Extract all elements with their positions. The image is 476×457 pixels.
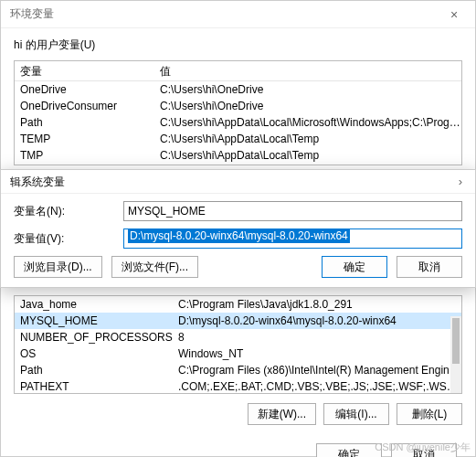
- cell-name: PATHEXT: [15, 378, 175, 394]
- table-row[interactable]: Java_home C:\Program Files\Java\jdk1.8.0…: [15, 296, 461, 313]
- var-name-row: 变量名(N):: [1, 194, 475, 221]
- table-row[interactable]: MYSQL_HOME D:\mysql-8.0.20-winx64\mysql-…: [15, 313, 461, 329]
- edit-variable-dialog: 辑系统变量 › 变量名(N): 变量值(V): D:\mysql-8.0.20-…: [0, 169, 476, 288]
- system-vars-table[interactable]: Java_home C:\Program Files\Java\jdk1.8.0…: [14, 295, 462, 394]
- ok-button[interactable]: 确定: [316, 443, 382, 457]
- cell-value: 8: [175, 329, 461, 345]
- var-value-row: 变量值(V): D:\mysql-8.0.20-winx64\mysql-8.0…: [1, 221, 475, 249]
- sys-vars-buttons: 新建(W)... 编辑(I)... 删除(L): [1, 398, 475, 434]
- scrollbar[interactable]: [450, 316, 461, 393]
- col-header-name[interactable]: 变量: [15, 61, 156, 80]
- delete-button[interactable]: 删除(L): [397, 403, 462, 425]
- var-value-label: 变量值(V):: [14, 231, 123, 247]
- cell-value: C:\Users\hi\AppData\Local\Temp: [156, 147, 461, 164]
- cell-value: C:\Program Files (x86)\Intel\Intel(R) Ma…: [175, 362, 461, 378]
- table-row[interactable]: PATHEXT .COM;.EXE;.BAT;.CMD;.VBS;.VBE;.J…: [15, 378, 461, 394]
- dialog-title: 环境变量: [10, 6, 54, 22]
- cell-name: NUMBER_OF_PROCESSORS: [15, 329, 175, 345]
- table-row[interactable]: OneDrive C:\Users\hi\OneDrive: [15, 81, 461, 98]
- cell-name: Java_home: [15, 296, 175, 313]
- cell-name: OneDrive: [15, 81, 156, 98]
- table-row[interactable]: TEMP C:\Users\hi\AppData\Local\Temp: [15, 131, 461, 147]
- cell-value: C:\Users\hi\AppData\Local\Microsoft\Wind…: [156, 114, 461, 131]
- new-button[interactable]: 新建(W)...: [248, 403, 316, 425]
- table-row[interactable]: Path C:\Users\hi\AppData\Local\Microsoft…: [15, 114, 461, 131]
- cell-value: Windows_NT: [175, 345, 461, 362]
- table-row[interactable]: NUMBER_OF_PROCESSORS 8: [15, 329, 461, 345]
- browse-file-button[interactable]: 浏览文件(F)...: [111, 256, 198, 278]
- table-header: 变量 值: [15, 61, 461, 81]
- titlebar[interactable]: 环境变量 ×: [1, 1, 475, 28]
- edit-button[interactable]: 编辑(I)...: [323, 403, 389, 425]
- col-header-value[interactable]: 值: [156, 61, 461, 80]
- cell-value: C:\Program Files\Java\jdk1.8.0_291: [175, 296, 461, 313]
- cell-value: C:\Users\hi\AppData\Local\Temp: [156, 131, 461, 147]
- cell-name: OS: [15, 345, 175, 362]
- cell-value: D:\mysql-8.0.20-winx64\mysql-8.0.20-winx…: [175, 313, 461, 329]
- table-row[interactable]: Path C:\Program Files (x86)\Intel\Intel(…: [15, 362, 461, 378]
- user-vars-table[interactable]: 变量 值 OneDrive C:\Users\hi\OneDrive OneDr…: [14, 60, 462, 165]
- edit-ok-button[interactable]: 确定: [322, 256, 387, 278]
- cell-value: C:\Users\hi\OneDrive: [156, 98, 461, 114]
- cell-name: TMP: [15, 147, 156, 164]
- table-row[interactable]: OneDriveConsumer C:\Users\hi\OneDrive: [15, 98, 461, 114]
- cell-name: MYSQL_HOME: [15, 313, 175, 329]
- cell-name: Path: [15, 114, 156, 131]
- watermark: CSDN @juvenile少年: [375, 441, 471, 454]
- cell-name: Path: [15, 362, 175, 378]
- chevron-right-icon[interactable]: ›: [459, 170, 466, 194]
- cell-value: C:\Users\hi\OneDrive: [156, 81, 461, 98]
- edit-cancel-button[interactable]: 取消: [397, 256, 462, 278]
- cell-name: TEMP: [15, 131, 156, 147]
- edit-titlebar[interactable]: 辑系统变量 ›: [1, 170, 475, 194]
- table-row[interactable]: OS Windows_NT: [15, 345, 461, 362]
- edit-buttons: 浏览目录(D)... 浏览文件(F)... 确定 取消: [1, 249, 475, 278]
- var-value-input[interactable]: D:\mysql-8.0.20-winx64\mysql-8.0.20-winx…: [123, 228, 462, 249]
- table-row[interactable]: TMP C:\Users\hi\AppData\Local\Temp: [15, 147, 461, 164]
- close-icon[interactable]: ×: [440, 7, 468, 22]
- edit-dialog-title: 辑系统变量: [10, 170, 65, 194]
- var-name-label: 变量名(N):: [14, 204, 123, 219]
- selected-text: D:\mysql-8.0.20-winx64\mysql-8.0.20-winx…: [128, 228, 350, 243]
- scrollbar-thumb[interactable]: [452, 318, 460, 364]
- cell-value: .COM;.EXE;.BAT;.CMD;.VBS;.VBE;.JS;.JSE;.…: [175, 378, 461, 394]
- var-name-input[interactable]: [123, 201, 462, 221]
- browse-dir-button[interactable]: 浏览目录(D)...: [14, 256, 102, 278]
- user-vars-label: hi 的用户变量(U): [1, 28, 475, 57]
- cell-name: OneDriveConsumer: [15, 98, 156, 114]
